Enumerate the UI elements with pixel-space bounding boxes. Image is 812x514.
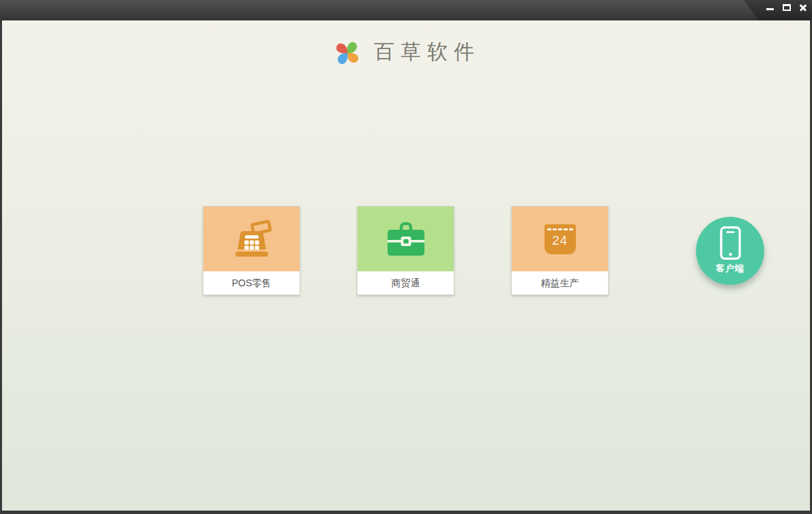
client-button[interactable]: 客户端: [696, 217, 764, 285]
close-button[interactable]: [798, 2, 808, 13]
maximize-icon: [783, 4, 791, 11]
client-button-label: 客户端: [716, 262, 744, 275]
product-card-lean-production[interactable]: 24 精益生产: [511, 206, 609, 295]
header: 百草软件: [2, 37, 810, 67]
title-bar: [0, 0, 812, 20]
smartphone-icon: [719, 226, 742, 260]
card-label: POS零售: [203, 271, 300, 294]
app-title: 百草软件: [374, 38, 480, 66]
product-card-pos-retail[interactable]: POS零售: [203, 206, 300, 295]
calendar-day-number: 24: [545, 233, 576, 248]
card-label: 商贸通: [358, 271, 454, 294]
card-icon-area: 24: [512, 207, 608, 271]
card-icon-area: [203, 207, 300, 271]
maximize-button[interactable]: [781, 2, 792, 13]
main-content: 百草软件 POS零售: [0, 20, 812, 514]
calendar-24-icon: 24: [545, 224, 576, 254]
calendar-perforation: [547, 228, 573, 230]
app-window: 百草软件 POS零售: [0, 0, 812, 514]
pinwheel-logo-icon: [332, 37, 364, 67]
card-icon-area: [358, 207, 454, 271]
close-icon: [799, 3, 807, 12]
minimize-icon: [766, 8, 774, 10]
product-card-trade[interactable]: 商贸通: [357, 206, 454, 295]
minimize-button[interactable]: [765, 2, 775, 13]
briefcase-icon: [384, 220, 428, 259]
window-controls: [765, 0, 808, 15]
card-label: 精益生产: [512, 271, 608, 294]
cash-register-icon: [230, 220, 274, 259]
